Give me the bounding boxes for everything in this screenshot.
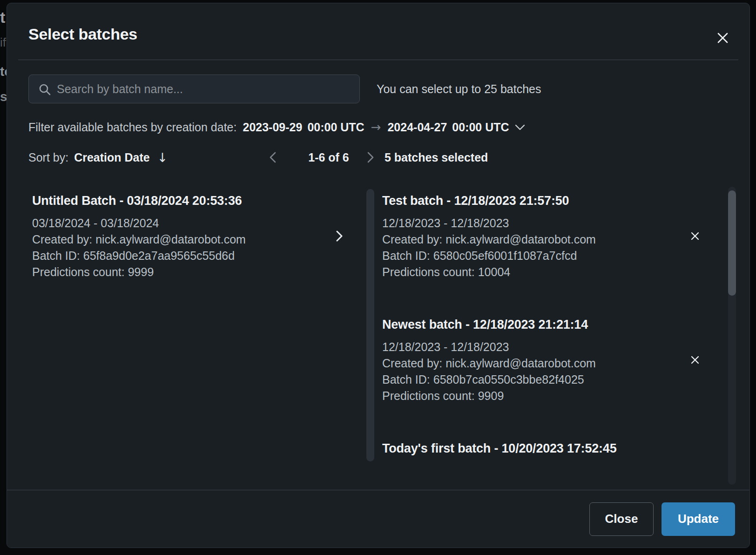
close-icon — [691, 356, 699, 364]
batch-predictions-count: Predictions count: 9999 — [32, 264, 330, 280]
backdrop-text-fragment: if — [0, 35, 6, 50]
batch-id: Batch ID: 65f8a9d0e2a7aa9565c55d6d — [32, 248, 330, 264]
batch-title: Today's first batch - 10/20/2023 17:52:4… — [382, 440, 704, 457]
batch-created-by: Created by: nick.aylward@datarobot.com — [32, 231, 330, 248]
backdrop-text-fragment: t — [0, 8, 5, 27]
close-icon — [691, 232, 699, 240]
close-button[interactable]: Close — [589, 502, 654, 536]
dialog-close-button[interactable] — [715, 30, 730, 45]
chevron-right-icon — [336, 230, 343, 242]
filter-start-time[interactable]: 00:00 UTC — [307, 121, 364, 134]
right-list-scrollbar[interactable] — [728, 187, 736, 485]
batch-predictions-count: Predictions count: 9909 — [382, 388, 686, 404]
filter-start-date[interactable]: 2023-09-29 — [243, 121, 302, 134]
selection-limit-hint: You can select up to 25 batches — [377, 82, 541, 96]
arrow-right-icon: → — [371, 120, 381, 134]
header-divider — [18, 60, 738, 60]
batch-lists: Untitled Batch - 03/18/2024 20:53:36 03/… — [7, 183, 749, 470]
dialog-footer: Close Update — [7, 490, 749, 548]
batch-date-range: 12/18/2023 - 12/18/2023 — [382, 215, 686, 231]
remove-batch-button[interactable] — [686, 356, 704, 364]
search-input[interactable] — [29, 75, 359, 103]
search-icon — [39, 83, 51, 96]
filter-end-time[interactable]: 00:00 UTC — [452, 121, 509, 134]
sort-pagination-row: Sort by: Creation Date ↓ 1-6 of 6 5 batc… — [28, 149, 728, 165]
search-row: You can select up to 25 batches — [28, 74, 728, 103]
batch-details: Untitled Batch - 03/18/2024 20:53:36 03/… — [32, 192, 330, 280]
date-filter-label: Filter available batches by creation dat… — [28, 121, 236, 134]
close-icon — [717, 33, 728, 43]
batch-predictions-count: Predictions count: 10004 — [382, 264, 686, 280]
chevron-right-icon — [367, 152, 374, 163]
batch-title: Untitled Batch - 03/18/2024 20:53:36 — [32, 192, 330, 210]
remove-batch-button[interactable] — [686, 232, 704, 240]
pagination-prev-button[interactable] — [265, 150, 281, 164]
sort-value[interactable]: Creation Date — [74, 151, 150, 164]
chevron-down-icon[interactable] — [515, 124, 525, 130]
sort-by-label: Sort by: — [28, 151, 68, 164]
filter-end-date[interactable]: 2024-04-27 — [387, 121, 447, 134]
left-list-scrollbar[interactable] — [366, 189, 374, 461]
select-batches-dialog: Select batches You can select up to 25 b… — [7, 3, 750, 548]
batch-created-by: Created by: nick.aylward@datarobot.com — [382, 355, 686, 372]
scrollbar-thumb[interactable] — [728, 190, 736, 296]
selected-batches-list: Test batch - 12/18/2023 21:57:50 12/18/2… — [382, 192, 704, 470]
selected-batch-item[interactable]: Test batch - 12/18/2023 21:57:50 12/18/2… — [382, 192, 704, 280]
batch-details: Today's first batch - 10/20/2023 17:52:4… — [382, 440, 704, 463]
batch-id: Batch ID: 6580c05ef6001f1087a7cfcd — [382, 248, 686, 264]
available-batch-item[interactable]: Untitled Batch - 03/18/2024 20:53:36 03/… — [32, 192, 349, 280]
sort-direction-icon[interactable]: ↓ — [157, 150, 168, 165]
dialog-header: Select batches — [7, 3, 749, 44]
batch-id: Batch ID: 6580b7ca0550c3bbe82f4025 — [382, 372, 686, 388]
add-batch-button[interactable] — [330, 230, 349, 242]
update-button[interactable]: Update — [662, 502, 735, 536]
dialog-title: Select batches — [28, 24, 728, 44]
batch-title: Test batch - 12/18/2023 21:57:50 — [382, 192, 686, 210]
batch-date-range: 03/18/2024 - 03/18/2024 — [32, 215, 330, 231]
selected-count-label: 5 batches selected — [385, 149, 488, 165]
batch-details: Newest batch - 12/18/2023 21:21:14 12/18… — [382, 316, 686, 404]
available-batches-list: Untitled Batch - 03/18/2024 20:53:36 03/… — [32, 192, 349, 316]
batch-date-range: 12/18/2023 - 12/18/2023 — [382, 339, 686, 355]
date-filter-row[interactable]: Filter available batches by creation dat… — [28, 120, 728, 135]
batch-created-by: Created by: nick.aylward@datarobot.com — [382, 231, 686, 248]
pagination-next-button[interactable] — [363, 150, 378, 164]
search-box — [28, 74, 360, 103]
selected-batch-item[interactable]: Newest batch - 12/18/2023 21:21:14 12/18… — [382, 316, 704, 404]
batch-details: Test batch - 12/18/2023 21:57:50 12/18/2… — [382, 192, 686, 280]
pagination-range: 1-6 of 6 — [289, 149, 368, 165]
chevron-left-icon — [270, 152, 276, 163]
selected-batch-item[interactable]: Today's first batch - 10/20/2023 17:52:4… — [382, 440, 704, 463]
batch-title: Newest batch - 12/18/2023 21:21:14 — [382, 316, 686, 333]
